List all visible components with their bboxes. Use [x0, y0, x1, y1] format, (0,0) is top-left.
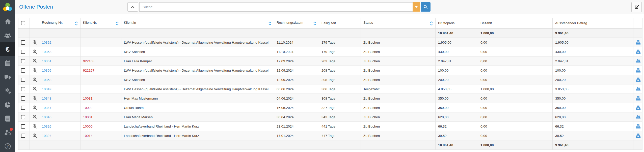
ausstehender-betrag: 350,00 — [553, 94, 629, 103]
status: Zu Buchen — [361, 122, 436, 131]
invoice-link[interactable]: 10349 — [42, 87, 51, 91]
app-logo[interactable] — [0, 0, 15, 15]
klient-nr: 922168 — [80, 56, 121, 66]
invoice-link[interactable]: 10361 — [42, 59, 51, 63]
klient-nr — [80, 84, 121, 94]
cash-register-icon[interactable] — [636, 96, 641, 101]
cash-register-icon[interactable] — [636, 87, 641, 92]
col-klient-nr[interactable]: Klient Nr. — [80, 18, 121, 28]
sort-icon — [430, 21, 433, 25]
cash-register-icon[interactable] — [636, 124, 641, 129]
sort-icon — [313, 21, 316, 25]
sidebar-item-help[interactable] — [0, 139, 15, 152]
zoom-in-icon[interactable] — [32, 58, 37, 64]
select-all-checkbox[interactable] — [21, 21, 25, 25]
cash-register-icon[interactable] — [636, 59, 641, 64]
row-checkbox[interactable] — [21, 59, 25, 63]
invoice-link[interactable]: 10326 — [42, 125, 51, 128]
klient-name: Frau Maria Märsen — [121, 112, 274, 122]
invoice-link[interactable]: 10348 — [42, 97, 51, 100]
edit-button[interactable] — [631, 2, 642, 12]
invoice-link[interactable]: 10347 — [42, 106, 51, 110]
col-bezahlt: Bezahlt — [478, 18, 553, 28]
col-klient-in[interactable]: Klient:in — [121, 18, 274, 28]
cash-register-icon[interactable] — [636, 68, 641, 73]
sidebar-item-logistics[interactable] — [0, 70, 15, 84]
klient-nr — [80, 47, 121, 56]
row-checkbox[interactable] — [21, 40, 25, 45]
total-ausstehend: 9.961,40 — [553, 28, 629, 38]
sidebar-item-finances[interactable]: € — [0, 42, 15, 56]
col-status[interactable]: Status — [361, 18, 436, 28]
invoice-link[interactable]: 10358 — [42, 78, 51, 82]
row-checkbox[interactable] — [21, 78, 25, 82]
notification-badge — [10, 128, 13, 131]
row-checkbox[interactable] — [21, 96, 25, 101]
zoom-in-icon[interactable] — [32, 133, 37, 138]
invoice-link[interactable]: 10346 — [42, 115, 51, 119]
row-checkbox[interactable] — [21, 134, 25, 138]
invoice-link[interactable]: 10363 — [42, 50, 51, 54]
table-row: 10362 LWV Hessen (qualifzierte Assistenz… — [18, 38, 642, 47]
zoom-in-icon[interactable] — [32, 86, 37, 92]
cash-register-icon[interactable] — [636, 49, 641, 54]
bezahlt: 0,00 — [478, 103, 553, 112]
search-input[interactable] — [139, 2, 413, 12]
cash-register-icon[interactable] — [636, 40, 641, 45]
table-row: 10363 KSV Sachsen 11.10.2024 179 Tage Zu… — [18, 47, 642, 56]
ausstehender-betrag: 620,00 — [553, 112, 629, 122]
sidebar-item-timeclock[interactable] — [0, 126, 15, 139]
total-bezahlt: 1.000,00 — [478, 28, 553, 38]
sidebar-item-clients[interactable] — [0, 28, 15, 42]
row-checkbox[interactable] — [21, 87, 25, 91]
bezahlt: 0,00 — [478, 38, 553, 47]
invoice-link[interactable]: 10324 — [42, 134, 51, 138]
sidebar-item-calendar[interactable] — [0, 56, 15, 70]
page-title: Offene Posten — [19, 4, 53, 10]
zoom-in-icon[interactable] — [32, 40, 37, 45]
klient-nr: 10014 — [80, 131, 121, 140]
search-options-button[interactable] — [413, 2, 420, 12]
sidebar-item-journal[interactable] — [0, 112, 15, 126]
row-checkbox[interactable] — [21, 106, 25, 110]
pie-chart-icon — [4, 101, 11, 108]
zoom-in-icon[interactable] — [32, 105, 37, 110]
klient-name: KSV Sachsen — [121, 75, 274, 84]
col-rechnungsdatum[interactable]: Rechnungsdatum — [274, 18, 319, 28]
main-content: Rechnung Nr. Klient Nr. Klient:in Rechnu… — [15, 14, 644, 152]
cash-register-icon[interactable] — [636, 105, 641, 110]
cash-register-icon[interactable] — [636, 133, 641, 138]
cash-register-icon[interactable] — [636, 115, 641, 119]
calendar-icon — [4, 60, 11, 67]
bruttopreis: 350,00 — [436, 103, 478, 112]
zoom-in-icon[interactable] — [32, 124, 37, 129]
cash-register-icon[interactable] — [636, 77, 641, 82]
faellig-seit: 306 Tage — [319, 84, 361, 94]
col-rechnung-nr[interactable]: Rechnung Nr. — [39, 18, 80, 28]
zoom-in-icon[interactable] — [32, 68, 37, 73]
invoice-link[interactable]: 10356 — [42, 69, 51, 72]
sidebar-item-settings[interactable] — [0, 84, 15, 98]
total-bruttopreis: 10.961,40 — [436, 28, 478, 38]
row-checkbox[interactable] — [21, 124, 25, 129]
row-checkbox[interactable] — [21, 115, 25, 119]
row-checkbox[interactable] — [21, 50, 25, 54]
sidebar-item-home[interactable] — [0, 15, 15, 28]
sidebar-item-reports[interactable] — [0, 98, 15, 112]
sort-icon — [269, 21, 271, 25]
zoom-in-icon[interactable] — [32, 114, 37, 119]
ausstehender-betrag: 66,32 — [553, 122, 629, 131]
invoice-link[interactable]: 10362 — [42, 41, 51, 44]
zoom-in-icon[interactable] — [32, 49, 37, 54]
table-row: 10347 10022 Ursula Böhm 16.05.2024 327 T… — [18, 103, 642, 112]
zoom-in-icon[interactable] — [32, 96, 37, 101]
search-submit-button[interactable] — [421, 2, 431, 12]
rechnungsdatum: 30.04.2024 — [274, 112, 319, 122]
faellig-seit: 203 Tage — [319, 56, 361, 66]
bruttopreis: 430,00 — [436, 47, 478, 56]
zoom-in-icon[interactable] — [32, 77, 37, 82]
klient-nr — [80, 75, 121, 84]
row-checkbox[interactable] — [21, 68, 25, 73]
faellig-seit: 208 Tage — [319, 66, 361, 75]
search-collapse-button[interactable] — [127, 2, 138, 12]
